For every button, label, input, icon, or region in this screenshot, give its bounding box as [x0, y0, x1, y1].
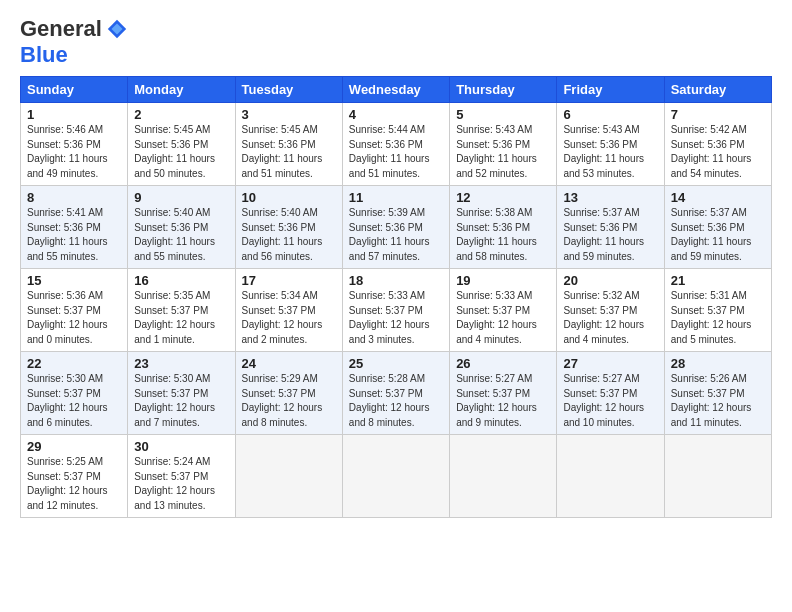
calendar-cell: 29 Sunrise: 5:25 AMSunset: 5:37 PMDaylig…: [21, 435, 128, 518]
cell-info: Sunrise: 5:27 AMSunset: 5:37 PMDaylight:…: [456, 373, 537, 428]
cell-day-number: 27: [563, 356, 657, 371]
cell-day-number: 2: [134, 107, 228, 122]
calendar-cell: 27 Sunrise: 5:27 AMSunset: 5:37 PMDaylig…: [557, 352, 664, 435]
cell-info: Sunrise: 5:37 AMSunset: 5:36 PMDaylight:…: [671, 207, 752, 262]
cell-day-number: 22: [27, 356, 121, 371]
cell-day-number: 30: [134, 439, 228, 454]
calendar-header-saturday: Saturday: [664, 77, 771, 103]
cell-info: Sunrise: 5:44 AMSunset: 5:36 PMDaylight:…: [349, 124, 430, 179]
calendar-cell: [557, 435, 664, 518]
calendar-cell: 18 Sunrise: 5:33 AMSunset: 5:37 PMDaylig…: [342, 269, 449, 352]
calendar-week-row: 1 Sunrise: 5:46 AMSunset: 5:36 PMDayligh…: [21, 103, 772, 186]
calendar-cell: 11 Sunrise: 5:39 AMSunset: 5:36 PMDaylig…: [342, 186, 449, 269]
calendar-cell: 20 Sunrise: 5:32 AMSunset: 5:37 PMDaylig…: [557, 269, 664, 352]
logo-blue-text: Blue: [20, 42, 68, 68]
cell-day-number: 21: [671, 273, 765, 288]
cell-info: Sunrise: 5:30 AMSunset: 5:37 PMDaylight:…: [134, 373, 215, 428]
calendar-cell: 24 Sunrise: 5:29 AMSunset: 5:37 PMDaylig…: [235, 352, 342, 435]
calendar-cell: 1 Sunrise: 5:46 AMSunset: 5:36 PMDayligh…: [21, 103, 128, 186]
cell-day-number: 25: [349, 356, 443, 371]
calendar-header-wednesday: Wednesday: [342, 77, 449, 103]
calendar-cell: 5 Sunrise: 5:43 AMSunset: 5:36 PMDayligh…: [450, 103, 557, 186]
calendar-week-row: 29 Sunrise: 5:25 AMSunset: 5:37 PMDaylig…: [21, 435, 772, 518]
cell-info: Sunrise: 5:38 AMSunset: 5:36 PMDaylight:…: [456, 207, 537, 262]
cell-day-number: 8: [27, 190, 121, 205]
calendar-week-row: 15 Sunrise: 5:36 AMSunset: 5:37 PMDaylig…: [21, 269, 772, 352]
calendar-cell: 15 Sunrise: 5:36 AMSunset: 5:37 PMDaylig…: [21, 269, 128, 352]
cell-day-number: 10: [242, 190, 336, 205]
calendar-header-thursday: Thursday: [450, 77, 557, 103]
cell-day-number: 14: [671, 190, 765, 205]
calendar-cell: 3 Sunrise: 5:45 AMSunset: 5:36 PMDayligh…: [235, 103, 342, 186]
calendar-cell: 2 Sunrise: 5:45 AMSunset: 5:36 PMDayligh…: [128, 103, 235, 186]
cell-day-number: 20: [563, 273, 657, 288]
calendar-cell: [664, 435, 771, 518]
cell-day-number: 15: [27, 273, 121, 288]
cell-info: Sunrise: 5:40 AMSunset: 5:36 PMDaylight:…: [134, 207, 215, 262]
calendar-cell: 10 Sunrise: 5:40 AMSunset: 5:36 PMDaylig…: [235, 186, 342, 269]
calendar-cell: 4 Sunrise: 5:44 AMSunset: 5:36 PMDayligh…: [342, 103, 449, 186]
cell-info: Sunrise: 5:25 AMSunset: 5:37 PMDaylight:…: [27, 456, 108, 511]
cell-day-number: 16: [134, 273, 228, 288]
calendar-table: SundayMondayTuesdayWednesdayThursdayFrid…: [20, 76, 772, 518]
cell-day-number: 5: [456, 107, 550, 122]
cell-day-number: 26: [456, 356, 550, 371]
cell-info: Sunrise: 5:45 AMSunset: 5:36 PMDaylight:…: [242, 124, 323, 179]
cell-info: Sunrise: 5:42 AMSunset: 5:36 PMDaylight:…: [671, 124, 752, 179]
cell-info: Sunrise: 5:33 AMSunset: 5:37 PMDaylight:…: [349, 290, 430, 345]
cell-day-number: 19: [456, 273, 550, 288]
cell-info: Sunrise: 5:37 AMSunset: 5:36 PMDaylight:…: [563, 207, 644, 262]
cell-day-number: 7: [671, 107, 765, 122]
cell-day-number: 23: [134, 356, 228, 371]
calendar-cell: 6 Sunrise: 5:43 AMSunset: 5:36 PMDayligh…: [557, 103, 664, 186]
calendar-header-sunday: Sunday: [21, 77, 128, 103]
logo-icon: [106, 18, 128, 40]
cell-day-number: 17: [242, 273, 336, 288]
cell-day-number: 29: [27, 439, 121, 454]
cell-info: Sunrise: 5:28 AMSunset: 5:37 PMDaylight:…: [349, 373, 430, 428]
cell-day-number: 24: [242, 356, 336, 371]
calendar-week-row: 22 Sunrise: 5:30 AMSunset: 5:37 PMDaylig…: [21, 352, 772, 435]
calendar-cell: 26 Sunrise: 5:27 AMSunset: 5:37 PMDaylig…: [450, 352, 557, 435]
cell-day-number: 28: [671, 356, 765, 371]
calendar-header-row: SundayMondayTuesdayWednesdayThursdayFrid…: [21, 77, 772, 103]
cell-day-number: 6: [563, 107, 657, 122]
cell-info: Sunrise: 5:24 AMSunset: 5:37 PMDaylight:…: [134, 456, 215, 511]
cell-day-number: 13: [563, 190, 657, 205]
cell-day-number: 11: [349, 190, 443, 205]
cell-info: Sunrise: 5:32 AMSunset: 5:37 PMDaylight:…: [563, 290, 644, 345]
logo-general-text: General: [20, 16, 102, 42]
cell-info: Sunrise: 5:30 AMSunset: 5:37 PMDaylight:…: [27, 373, 108, 428]
cell-info: Sunrise: 5:29 AMSunset: 5:37 PMDaylight:…: [242, 373, 323, 428]
calendar-cell: 21 Sunrise: 5:31 AMSunset: 5:37 PMDaylig…: [664, 269, 771, 352]
calendar-week-row: 8 Sunrise: 5:41 AMSunset: 5:36 PMDayligh…: [21, 186, 772, 269]
cell-info: Sunrise: 5:46 AMSunset: 5:36 PMDaylight:…: [27, 124, 108, 179]
cell-day-number: 4: [349, 107, 443, 122]
calendar-cell: 23 Sunrise: 5:30 AMSunset: 5:37 PMDaylig…: [128, 352, 235, 435]
cell-day-number: 12: [456, 190, 550, 205]
cell-info: Sunrise: 5:33 AMSunset: 5:37 PMDaylight:…: [456, 290, 537, 345]
calendar-cell: 7 Sunrise: 5:42 AMSunset: 5:36 PMDayligh…: [664, 103, 771, 186]
calendar-cell: 28 Sunrise: 5:26 AMSunset: 5:37 PMDaylig…: [664, 352, 771, 435]
calendar-cell: 30 Sunrise: 5:24 AMSunset: 5:37 PMDaylig…: [128, 435, 235, 518]
cell-info: Sunrise: 5:36 AMSunset: 5:37 PMDaylight:…: [27, 290, 108, 345]
logo: General Blue: [20, 16, 128, 68]
cell-info: Sunrise: 5:26 AMSunset: 5:37 PMDaylight:…: [671, 373, 752, 428]
calendar-cell: 14 Sunrise: 5:37 AMSunset: 5:36 PMDaylig…: [664, 186, 771, 269]
calendar-header-friday: Friday: [557, 77, 664, 103]
calendar-cell: 9 Sunrise: 5:40 AMSunset: 5:36 PMDayligh…: [128, 186, 235, 269]
cell-info: Sunrise: 5:43 AMSunset: 5:36 PMDaylight:…: [563, 124, 644, 179]
cell-info: Sunrise: 5:35 AMSunset: 5:37 PMDaylight:…: [134, 290, 215, 345]
cell-info: Sunrise: 5:41 AMSunset: 5:36 PMDaylight:…: [27, 207, 108, 262]
calendar-header-tuesday: Tuesday: [235, 77, 342, 103]
cell-day-number: 3: [242, 107, 336, 122]
cell-day-number: 18: [349, 273, 443, 288]
calendar-cell: 17 Sunrise: 5:34 AMSunset: 5:37 PMDaylig…: [235, 269, 342, 352]
calendar-cell: 8 Sunrise: 5:41 AMSunset: 5:36 PMDayligh…: [21, 186, 128, 269]
calendar-header-monday: Monday: [128, 77, 235, 103]
cell-info: Sunrise: 5:43 AMSunset: 5:36 PMDaylight:…: [456, 124, 537, 179]
page: General Blue SundayMondayTuesdayWednesda…: [0, 0, 792, 612]
calendar-cell: 25 Sunrise: 5:28 AMSunset: 5:37 PMDaylig…: [342, 352, 449, 435]
calendar-cell: 12 Sunrise: 5:38 AMSunset: 5:36 PMDaylig…: [450, 186, 557, 269]
calendar-cell: [342, 435, 449, 518]
